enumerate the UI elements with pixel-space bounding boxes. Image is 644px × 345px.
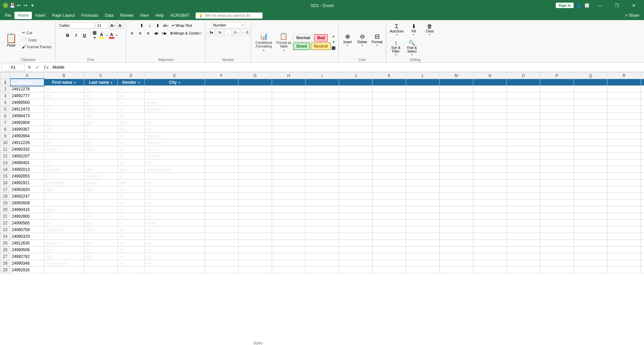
gender-filter-arrow[interactable]: ▾ bbox=[138, 81, 140, 84]
table-cell[interactable]: 24912473 bbox=[10, 106, 44, 113]
table-cell-empty[interactable] bbox=[507, 153, 540, 159]
table-cell-empty[interactable] bbox=[238, 267, 272, 273]
table-cell-empty[interactable] bbox=[641, 233, 644, 240]
table-cell-empty[interactable] bbox=[574, 146, 607, 153]
table-cell-empty[interactable] bbox=[473, 113, 507, 119]
table-cell-empty[interactable] bbox=[507, 220, 540, 226]
table-cell-empty[interactable] bbox=[373, 126, 406, 133]
table-cell-empty[interactable] bbox=[306, 213, 339, 220]
table-cell-empty[interactable] bbox=[339, 139, 373, 146]
table-cell[interactable] bbox=[145, 267, 205, 273]
table-cell-empty[interactable] bbox=[574, 113, 607, 119]
comma-button[interactable]: , bbox=[224, 29, 232, 36]
table-cell-empty[interactable] bbox=[306, 206, 339, 213]
table-cell-empty[interactable] bbox=[540, 186, 574, 193]
table-cell-empty[interactable] bbox=[306, 106, 339, 113]
table-cell-empty[interactable] bbox=[339, 206, 373, 213]
table-cell-empty[interactable] bbox=[473, 247, 507, 253]
table-cell-empty[interactable] bbox=[238, 186, 272, 193]
table-cell-empty[interactable] bbox=[607, 119, 641, 126]
table-cell-empty[interactable] bbox=[574, 173, 607, 180]
table-cell-empty[interactable] bbox=[339, 226, 373, 233]
table-cell[interactable]: ··· bbox=[118, 99, 145, 106]
table-cell[interactable]: ····· bbox=[145, 193, 205, 200]
col-header-m[interactable]: M bbox=[440, 72, 473, 79]
table-cell[interactable]: ··· bbox=[84, 193, 118, 200]
table-cell-empty[interactable] bbox=[406, 247, 440, 253]
table-cell[interactable]: ·· bbox=[44, 153, 84, 159]
table-cell-empty[interactable] bbox=[205, 220, 238, 226]
underline-button[interactable]: U bbox=[81, 31, 88, 39]
table-cell-empty[interactable] bbox=[205, 247, 238, 253]
table-cell-empty[interactable] bbox=[238, 99, 272, 106]
table-cell-empty[interactable] bbox=[205, 106, 238, 113]
table-cell-empty[interactable] bbox=[373, 233, 406, 240]
table-cell[interactable]: ···· bbox=[118, 193, 145, 200]
align-left-button[interactable]: ≡ bbox=[128, 30, 136, 37]
table-cell-empty[interactable] bbox=[473, 153, 507, 159]
table-cell[interactable]: 24990759 bbox=[10, 226, 44, 233]
table-cell-empty[interactable] bbox=[272, 180, 306, 186]
clear-button[interactable]: 🗑 Clear ▾ bbox=[422, 22, 437, 37]
table-cell[interactable]: ···· bbox=[118, 106, 145, 113]
table-cell-empty[interactable] bbox=[440, 186, 473, 193]
table-cell-empty[interactable] bbox=[406, 146, 440, 153]
table-cell-empty[interactable] bbox=[607, 247, 641, 253]
table-cell-empty[interactable] bbox=[574, 233, 607, 240]
table-cell-empty[interactable] bbox=[306, 233, 339, 240]
table-cell[interactable]: ········ bbox=[84, 106, 118, 113]
table-cell-empty[interactable] bbox=[406, 253, 440, 260]
table-cell-empty[interactable] bbox=[574, 99, 607, 106]
table-cell[interactable]: ······ bbox=[118, 166, 145, 173]
table-cell-empty[interactable] bbox=[339, 213, 373, 220]
table-cell-empty[interactable] bbox=[339, 126, 373, 133]
header-cell-mobile[interactable]: Mobile ▾ bbox=[10, 79, 44, 86]
save-icon[interactable]: 💾 bbox=[9, 3, 15, 8]
table-cell-empty[interactable] bbox=[540, 166, 574, 173]
table-cell-empty[interactable] bbox=[238, 226, 272, 233]
table-cell-empty[interactable] bbox=[440, 226, 473, 233]
table-cell-empty[interactable] bbox=[540, 193, 574, 200]
table-cell-empty[interactable] bbox=[473, 92, 507, 99]
table-cell-empty[interactable] bbox=[238, 233, 272, 240]
table-cell[interactable]: ····· bbox=[145, 260, 205, 267]
table-cell-empty[interactable] bbox=[440, 220, 473, 226]
table-cell-empty[interactable] bbox=[574, 119, 607, 126]
dollar-button[interactable]: $▾ bbox=[208, 29, 215, 36]
table-cell-empty[interactable] bbox=[440, 126, 473, 133]
table-cell-empty[interactable] bbox=[406, 133, 440, 139]
table-cell-empty[interactable] bbox=[373, 159, 406, 166]
table-cell-empty[interactable] bbox=[205, 126, 238, 133]
table-cell[interactable]: ····· bbox=[145, 119, 205, 126]
col-header-d[interactable]: D bbox=[118, 72, 145, 79]
table-cell[interactable]: ···· ·· bbox=[44, 247, 84, 253]
table-cell[interactable]: ······· bbox=[84, 146, 118, 153]
table-cell-empty[interactable] bbox=[473, 146, 507, 153]
table-cell-empty[interactable] bbox=[339, 253, 373, 260]
autosum-button[interactable]: Σ AutoSum ▾ bbox=[388, 22, 405, 37]
table-cell-empty[interactable] bbox=[205, 153, 238, 159]
table-cell[interactable]: ··· ············· bbox=[44, 180, 84, 186]
menu-home[interactable]: Home bbox=[14, 12, 32, 19]
table-cell-empty[interactable] bbox=[238, 253, 272, 260]
table-cell-empty[interactable] bbox=[507, 133, 540, 139]
table-cell-empty[interactable] bbox=[540, 180, 574, 186]
styles-scroll-down[interactable]: ▼ bbox=[331, 39, 336, 45]
table-cell-empty[interactable] bbox=[607, 106, 641, 113]
table-cell-empty[interactable] bbox=[406, 260, 440, 267]
table-cell[interactable]: 24990506 bbox=[10, 247, 44, 253]
table-cell[interactable]: ···· bbox=[118, 200, 145, 206]
table-cell-empty[interactable] bbox=[574, 247, 607, 253]
table-cell-empty[interactable] bbox=[641, 206, 644, 213]
table-cell-empty[interactable] bbox=[238, 200, 272, 206]
table-cell-empty[interactable] bbox=[272, 126, 306, 133]
table-cell[interactable]: ····· bbox=[145, 213, 205, 220]
table-cell-empty[interactable] bbox=[339, 159, 373, 166]
table-cell-empty[interactable] bbox=[306, 159, 339, 166]
table-cell-empty[interactable] bbox=[272, 106, 306, 113]
table-cell-empty[interactable] bbox=[440, 113, 473, 119]
table-cell-empty[interactable] bbox=[607, 226, 641, 233]
table-cell-empty[interactable] bbox=[339, 180, 373, 186]
table-cell-empty[interactable] bbox=[272, 226, 306, 233]
table-cell[interactable]: ···· bbox=[118, 133, 145, 139]
